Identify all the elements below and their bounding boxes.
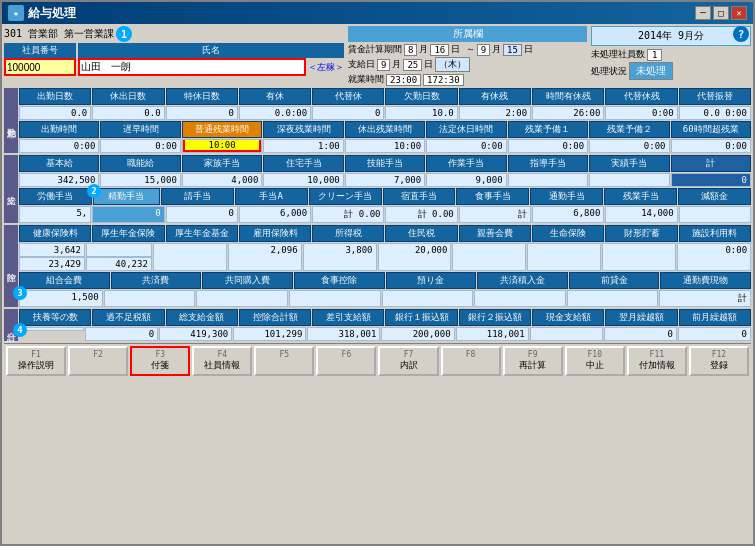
ph2-9: 減額金 bbox=[678, 188, 751, 205]
wd2-1: 0:00 bbox=[100, 139, 180, 153]
dh2-7: 通勤費現物 bbox=[660, 272, 751, 289]
emp-no-input[interactable] bbox=[4, 58, 76, 76]
dh2-3: 食事控除 bbox=[294, 272, 385, 289]
dd2-1 bbox=[104, 290, 196, 307]
ph2-5: 宿直手当 bbox=[383, 188, 456, 205]
fkey-f8[interactable]: F8 bbox=[441, 346, 501, 376]
trd-6: 118,001 bbox=[456, 327, 529, 341]
dh2-4: 預り金 bbox=[386, 272, 477, 289]
fkey-f4[interactable]: F4社員情報 bbox=[192, 346, 252, 376]
left-carry-link[interactable]: ＜左稼＞ bbox=[308, 61, 344, 74]
ph2-1: 精勤手当 bbox=[93, 188, 160, 205]
pd2-9 bbox=[679, 206, 751, 223]
pd2-6: 計 bbox=[459, 206, 531, 223]
dh-6: 親善会費 bbox=[459, 225, 531, 242]
syozoku-label: 所属欄 bbox=[348, 26, 587, 42]
pd2-2: 0 bbox=[166, 206, 238, 223]
wh2-5: 法定休日時間 bbox=[426, 121, 506, 138]
fkey-f7[interactable]: F7内訳 bbox=[378, 346, 438, 376]
fkey-f2[interactable]: F2 bbox=[68, 346, 128, 376]
badge-2: 2 bbox=[87, 184, 101, 198]
dd-4: 3,800 bbox=[303, 243, 377, 271]
trd-0 bbox=[19, 327, 84, 331]
wd1: 16 bbox=[430, 44, 449, 56]
fkey-f1[interactable]: F1操作説明 bbox=[6, 346, 66, 376]
th-3: 控除合計額 bbox=[239, 309, 311, 326]
main-window: ★ 給与処理 ─ □ ✕ 301 営業部 第一営業課 1 社員番号 bbox=[0, 0, 755, 546]
ph2-3: 手当A bbox=[235, 188, 308, 205]
dh2-1: 共済費 bbox=[111, 272, 202, 289]
wd-8: 0:00 bbox=[605, 106, 677, 120]
work-hours: 172:30 bbox=[423, 74, 464, 86]
dh-5: 住民税 bbox=[385, 225, 457, 242]
wd-9: 0.0 0:00 bbox=[679, 106, 751, 120]
wd2-7: 0:00 bbox=[589, 139, 669, 153]
th-9: 前月繰越額 bbox=[679, 309, 751, 326]
wh-8: 代替休残 bbox=[605, 88, 677, 105]
fkey-f12[interactable]: F12登録 bbox=[689, 346, 749, 376]
wd-7: 26:00 bbox=[532, 106, 604, 120]
status-label: 処理状況 bbox=[591, 65, 627, 78]
wh2-4: 休出残業時間 bbox=[345, 121, 425, 138]
pd-2: 4,000 bbox=[182, 173, 262, 187]
fkey-f6[interactable]: F6 bbox=[316, 346, 376, 376]
fkey-f11[interactable]: F11付加情報 bbox=[627, 346, 687, 376]
emp-no-label: 社員番号 bbox=[4, 43, 76, 58]
trd-4: 318,001 bbox=[307, 327, 380, 341]
wd-6: 2:00 bbox=[459, 106, 531, 120]
close-button[interactable]: ✕ bbox=[731, 6, 747, 20]
pd-4: 7,000 bbox=[345, 173, 425, 187]
dd2-7: 計 bbox=[659, 290, 751, 307]
maximize-button[interactable]: □ bbox=[713, 6, 729, 20]
ph-4: 技能手当 bbox=[345, 155, 425, 172]
fkey-f5[interactable]: F5 bbox=[254, 346, 314, 376]
trd-3: 101,299 bbox=[233, 327, 306, 341]
dd-3: 2,096 bbox=[228, 243, 302, 271]
pd2-7: 6,800 bbox=[532, 206, 604, 223]
trd-2: 419,300 bbox=[159, 327, 232, 341]
work-side-label: 勤怠他 bbox=[4, 88, 18, 153]
app-icon: ★ bbox=[8, 5, 24, 21]
ph-6: 指導手当 bbox=[508, 155, 588, 172]
fkey-f9[interactable]: F9再計算 bbox=[503, 346, 563, 376]
th-8: 翌月繰越額 bbox=[605, 309, 677, 326]
wh-3: 有休 bbox=[239, 88, 311, 105]
th-5: 銀行１振込額 bbox=[385, 309, 457, 326]
unprocessed-count: 1 bbox=[647, 49, 662, 61]
pd: 25 bbox=[403, 59, 422, 71]
work-time-label: 就業時間 bbox=[348, 73, 384, 86]
wd2-8: 0:00 bbox=[671, 139, 751, 153]
wd2: 15 bbox=[503, 44, 522, 56]
window-title: 給与処理 bbox=[28, 5, 76, 22]
dd-6 bbox=[452, 243, 526, 271]
pd2-8: 14,000 bbox=[605, 206, 677, 223]
fkey-f10[interactable]: F10中止 bbox=[565, 346, 625, 376]
dd-1a bbox=[86, 243, 152, 257]
ph-3: 住宅手当 bbox=[263, 155, 343, 172]
dh2-6: 前貸金 bbox=[569, 272, 660, 289]
fkey-f3[interactable]: F3付箋 bbox=[130, 346, 190, 376]
pd2-4: 計 0.00 bbox=[312, 206, 384, 223]
pd-7 bbox=[589, 173, 669, 187]
emp-name-label: 氏名 bbox=[78, 43, 344, 58]
dd-1b: 40,232 bbox=[86, 257, 152, 271]
dd-9: 0:00 bbox=[677, 243, 751, 271]
wd2-0: 0:00 bbox=[19, 139, 99, 153]
trd-8: 0 bbox=[604, 327, 677, 341]
pd2-5: 計 0.00 bbox=[385, 206, 457, 223]
status-value: 未処理 bbox=[629, 62, 673, 80]
dd-7 bbox=[527, 243, 601, 271]
dd-8 bbox=[602, 243, 676, 271]
th-4: 差引支給額 bbox=[312, 309, 384, 326]
emp-name-input[interactable] bbox=[78, 58, 306, 76]
wd-1: 0.0 bbox=[92, 106, 164, 120]
th-1: 過不足税額 bbox=[92, 309, 164, 326]
unprocessed-count-label: 未処理社員数 bbox=[591, 48, 645, 61]
wh-4: 代替休 bbox=[312, 88, 384, 105]
ph-1: 職能給 bbox=[100, 155, 180, 172]
pay-side-label: 支給 bbox=[4, 155, 18, 223]
pd2-1: 0 bbox=[92, 206, 164, 223]
badge-1: 1 bbox=[116, 26, 132, 42]
minimize-button[interactable]: ─ bbox=[695, 6, 711, 20]
info-button[interactable]: ? bbox=[733, 26, 749, 42]
